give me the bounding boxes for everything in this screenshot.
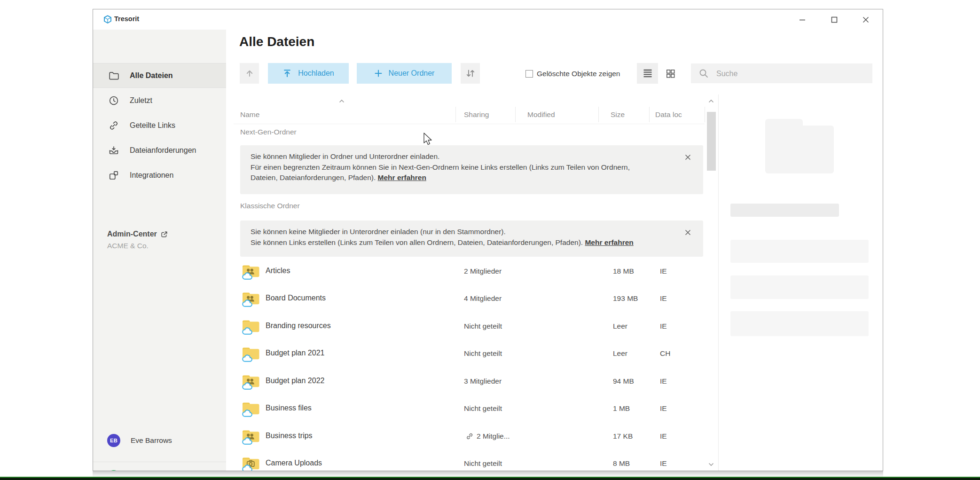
tresorit-logo-icon — [103, 15, 112, 24]
close-icon — [684, 154, 691, 161]
details-skeleton-bar — [730, 204, 839, 217]
column-header-size[interactable]: Size — [611, 110, 625, 119]
column-header-name[interactable]: Name — [240, 110, 259, 119]
learn-more-link[interactable]: Mehr erfahren — [585, 238, 633, 246]
link-icon — [108, 120, 119, 131]
sidebar-item-alle-dateien[interactable]: Alle Dateien — [93, 63, 226, 88]
screen-bottom-strip — [0, 477, 980, 480]
nextgen-info-banner: Sie können Mitglieder in Ordner und Unte… — [240, 145, 703, 194]
size-cell: 193 MB — [613, 294, 638, 303]
size-cell: 8 MB — [613, 459, 630, 468]
table-row[interactable]: Articles 2 Mitglieder 18 MB IE — [234, 258, 716, 285]
learn-more-link[interactable]: Mehr erfahren — [378, 173, 426, 181]
banner-line: Sie können Mitglieder in Ordner und Unte… — [251, 151, 675, 162]
banner-close-button[interactable] — [683, 228, 692, 236]
user-name: Eve Barrows — [131, 436, 172, 445]
upload-button[interactable]: Hochladen — [268, 63, 349, 84]
folder-members-icon — [242, 373, 260, 390]
size-cell: 94 MB — [613, 377, 634, 386]
sharing-cell: 2 Mitglieder — [464, 267, 502, 275]
plus-icon — [374, 69, 383, 78]
folder-name: Camera Uploads — [266, 459, 322, 467]
sort-button[interactable] — [461, 63, 480, 84]
arrow-up-icon — [245, 69, 254, 78]
size-cell: Leer — [613, 322, 627, 330]
folder-camera-icon — [242, 455, 260, 471]
table-row[interactable]: Camera Uploads Nicht geteilt 8 MB IE — [234, 450, 716, 471]
folder-icon — [242, 400, 260, 417]
chevron-up-icon — [708, 98, 714, 104]
classic-info-banner: Sie können keine Mitglieder in Unterordn… — [240, 220, 703, 257]
admin-center-link[interactable]: Admin-Center — [107, 230, 168, 238]
column-divider — [705, 107, 705, 122]
banner-close-button[interactable] — [683, 153, 692, 161]
sidebar-item-label: Dateianforderungen — [130, 146, 196, 155]
folder-name: Budget plan 2022 — [266, 377, 324, 385]
minimize-button[interactable] — [795, 12, 810, 27]
folder-name: Branding resources — [266, 322, 331, 330]
details-skeleton-bar — [730, 275, 869, 299]
mouse-cursor — [423, 133, 434, 147]
scroll-up-button[interactable] — [706, 97, 716, 105]
size-cell: Leer — [613, 349, 627, 358]
search-input[interactable] — [715, 63, 868, 84]
column-header-sharing[interactable]: Sharing — [464, 110, 489, 119]
scrollbar-thumb[interactable] — [707, 112, 716, 171]
external-link-icon — [161, 231, 168, 238]
titlebar[interactable]: Tresorit — [93, 9, 883, 30]
details-skeleton-bar — [730, 311, 869, 336]
show-deleted-checkbox[interactable] — [525, 70, 533, 78]
folder-name: Business files — [266, 404, 312, 412]
size-cell: 18 MB — [613, 267, 634, 275]
column-header-dataloc[interactable]: Data loc — [655, 110, 682, 119]
maximize-button[interactable] — [827, 12, 842, 27]
search-icon — [698, 68, 709, 79]
banner-line: Sie können Links erstellen (Links zum Te… — [251, 237, 675, 248]
close-icon — [860, 14, 872, 26]
clock-icon — [108, 95, 119, 106]
sidebar-item-label: Geteilte Links — [130, 121, 175, 130]
table-row[interactable]: Budget plan 2022 3 Mitglieder 94 MB IE — [234, 368, 716, 395]
grid-view-icon — [665, 68, 676, 79]
file-request-icon — [108, 145, 119, 156]
new-folder-button[interactable]: Neuer Ordner — [357, 63, 452, 84]
folder-members-icon — [242, 263, 260, 280]
dataloc-cell: IE — [660, 294, 667, 303]
table-row[interactable]: Budget plan 2021 Nicht geteilt Leer CH — [234, 340, 716, 367]
close-button[interactable] — [858, 12, 873, 27]
table-row[interactable]: Board Documents 4 Mitglieder 193 MB IE — [234, 285, 716, 312]
sidebar-item-dateianforderungen[interactable]: Dateianforderungen — [93, 138, 226, 163]
sidebar-item-zuletzt[interactable]: Zuletzt — [93, 88, 226, 113]
banner-line: Für einen begrenzten Zeitraum können Sie… — [251, 162, 675, 183]
sharing-cell: 4 Mitglieder — [464, 294, 502, 303]
column-header-modified[interactable]: Modified — [527, 110, 555, 119]
list-view-button[interactable] — [637, 63, 658, 84]
folder-name: Board Documents — [266, 294, 326, 302]
folder-name: Business trips — [266, 432, 313, 440]
table-row[interactable]: Business trips 2 Mitglie... 17 KB IE — [234, 423, 716, 450]
grid-view-button[interactable] — [661, 63, 680, 84]
sort-icon — [465, 68, 476, 79]
user-account-button[interactable]: EB Eve Barrows — [107, 434, 172, 447]
folder-name: Budget plan 2021 — [266, 349, 324, 357]
upload-icon — [282, 69, 292, 78]
folder-icon — [108, 70, 119, 81]
dataloc-cell: IE — [660, 267, 667, 275]
navigate-up-button[interactable] — [240, 63, 259, 84]
desktop-background: Tresorit Alle Dateien — [0, 0, 980, 480]
folder-name: Articles — [266, 267, 290, 275]
column-divider — [598, 107, 599, 122]
table-row[interactable]: Branding resources Nicht geteilt Leer IE — [234, 313, 716, 340]
page-title: Alle Dateien — [239, 34, 314, 49]
sidebar-item-geteilte-links[interactable]: Geteilte Links — [93, 113, 226, 138]
tresorit-window: Tresorit Alle Dateien — [93, 9, 883, 471]
size-cell: 17 KB — [613, 432, 633, 441]
dataloc-cell: IE — [660, 322, 667, 330]
folder-icon — [242, 318, 260, 335]
new-folder-button-label: Neuer Ordner — [389, 69, 435, 78]
dataloc-cell: CH — [660, 349, 670, 358]
avatar: EB — [107, 434, 120, 447]
sidebar-item-integrationen[interactable]: Integrationen — [93, 163, 226, 188]
table-row[interactable]: Business files Nicht geteilt 1 MB IE — [234, 395, 716, 422]
sidebar-divider — [93, 462, 226, 462]
